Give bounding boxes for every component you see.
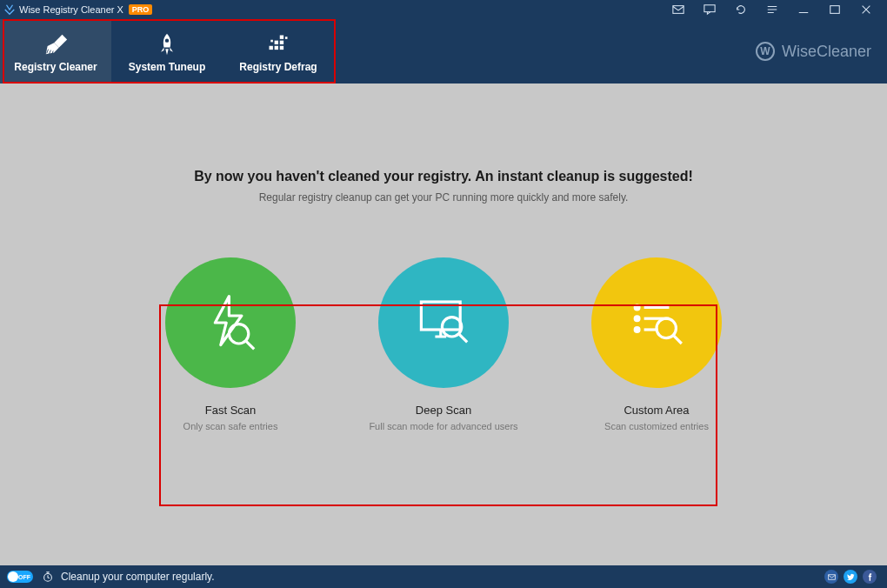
svg-rect-5 (275, 46, 278, 50)
svg-rect-11 (270, 40, 273, 43)
svg-point-3 (165, 38, 169, 42)
svg-rect-9 (280, 36, 283, 39)
svg-rect-2 (830, 6, 840, 14)
title-bar: Wise Registry Cleaner X PRO (0, 0, 887, 19)
tab-label: Registry Cleaner (14, 61, 97, 73)
status-message: Cleanup your computer regularly. (61, 571, 215, 583)
mail-icon[interactable] (671, 3, 685, 17)
minimize-button[interactable] (797, 3, 810, 17)
social-mail-icon[interactable] (824, 570, 838, 584)
option-custom-area[interactable]: Custom Area Scan customized entries (581, 257, 733, 432)
svg-rect-4 (270, 46, 273, 50)
menu-icon[interactable] (765, 3, 779, 17)
pro-badge: PRO (129, 4, 153, 15)
option-label: Fast Scan (205, 404, 257, 417)
tab-label: System Tuneup (129, 61, 205, 73)
app-icon (3, 3, 16, 16)
svg-rect-0 (673, 6, 684, 14)
main-toolbar: Registry Cleaner System Tuneup Registry … (0, 19, 887, 84)
deep-scan-icon (378, 257, 509, 388)
toggle-label: OFF (18, 574, 30, 580)
brand-logo[interactable]: W WiseCleaner (756, 19, 871, 84)
tab-registry-defrag[interactable]: Registry Defrag (223, 19, 334, 84)
rocket-icon (155, 30, 179, 59)
option-desc: Full scan mode for advanced users (369, 420, 517, 432)
svg-rect-10 (285, 37, 288, 39)
option-fast-scan[interactable]: Fast Scan Only scan safe entries (155, 257, 307, 432)
tab-system-tuneup[interactable]: System Tuneup (111, 19, 223, 84)
svg-rect-1 (704, 5, 715, 12)
svg-point-16 (635, 317, 639, 321)
svg-point-17 (635, 328, 639, 332)
headline: By now you haven't cleaned your registry… (0, 84, 887, 184)
toggle-knob (8, 571, 18, 582)
brand-circle: W (756, 42, 775, 61)
svg-point-15 (635, 305, 639, 310)
social-links (824, 570, 880, 584)
feedback-icon[interactable] (703, 3, 717, 17)
svg-rect-8 (280, 41, 283, 44)
main-content: By now you haven't cleaned your registry… (0, 84, 887, 565)
option-deep-scan[interactable]: Deep Scan Full scan mode for advanced us… (368, 257, 520, 432)
brand-text: WiseCleaner (782, 43, 871, 61)
social-facebook-icon[interactable] (863, 570, 877, 584)
subheadline: Regular registry cleanup can get your PC… (0, 191, 887, 204)
option-label: Custom Area (624, 404, 689, 417)
svg-rect-6 (280, 46, 283, 50)
tab-registry-cleaner[interactable]: Registry Cleaner (0, 19, 111, 84)
svg-point-12 (229, 324, 248, 344)
defrag-icon (266, 30, 290, 59)
svg-point-18 (657, 318, 676, 337)
svg-rect-13 (421, 302, 460, 330)
broom-icon (43, 30, 69, 59)
window-controls (671, 3, 884, 17)
social-twitter-icon[interactable] (844, 570, 857, 584)
close-button[interactable] (859, 3, 873, 17)
svg-rect-7 (275, 41, 278, 44)
svg-point-14 (442, 317, 461, 337)
option-desc: Scan customized entries (604, 420, 709, 432)
option-desc: Only scan safe entries (183, 420, 278, 432)
app-title: Wise Registry Cleaner X (19, 4, 123, 15)
option-label: Deep Scan (416, 404, 471, 417)
custom-area-icon (591, 257, 722, 388)
clock-icon (42, 571, 54, 583)
status-bar: OFF Cleanup your computer regularly. (0, 565, 887, 588)
refresh-icon[interactable] (734, 3, 748, 17)
fast-scan-icon (165, 257, 296, 388)
maximize-button[interactable] (828, 3, 842, 17)
tab-label: Registry Defrag (239, 61, 317, 73)
scan-options: Fast Scan Only scan safe entries Deep Sc… (0, 257, 887, 432)
schedule-toggle[interactable]: OFF (7, 571, 33, 583)
